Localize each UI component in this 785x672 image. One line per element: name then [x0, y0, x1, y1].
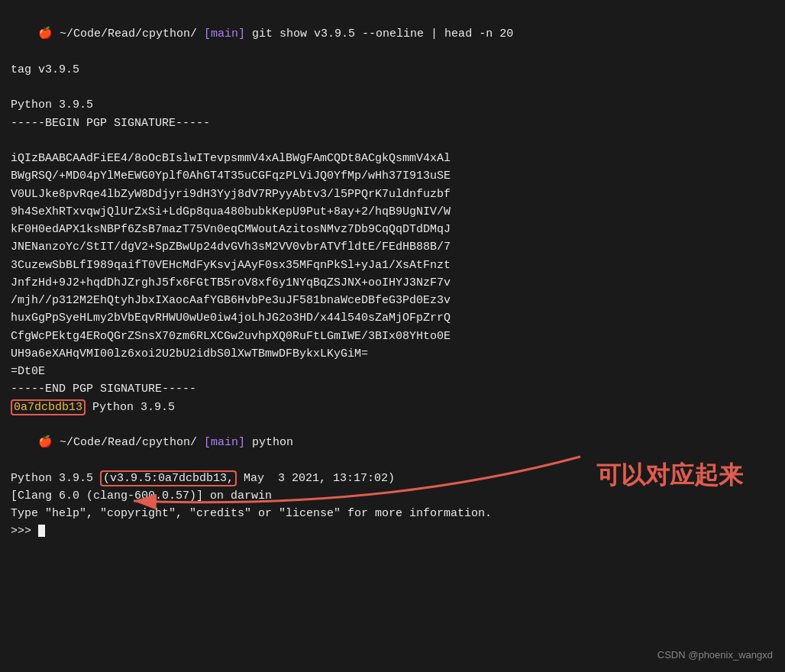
- terminal: 🍎 ~/Code/Read/cpython/ [main] git show v…: [0, 0, 785, 672]
- terminal-pgp-9: /mjh//p312M2EhQtyhJbxIXaocAafYGB6HvbPe3u…: [11, 292, 774, 309]
- terminal-pgp-5: kF0H0edAPX1ksNBPf6ZsB7mazT75Vn0eqCMWoutA…: [11, 221, 774, 238]
- terminal-pgp-6: JNENanzoYc/StIT/dgV2+SpZBwUp24dvGVh3sM2V…: [11, 238, 774, 256]
- terminal-line-pgp-begin: -----BEGIN PGP SIGNATURE-----: [11, 115, 774, 132]
- terminal-pgp-12: UH9a6eXAHqVMI00lz6xoi2U2bU2idbS0lXwTBmwD…: [11, 345, 774, 363]
- terminal-pgp-end: -----END PGP SIGNATURE-----: [11, 380, 774, 398]
- terminal-pgp-7: 3CuzewSbBLfI989qaifT0VEHcMdFyKsvjAAyF0sx…: [11, 257, 774, 274]
- path-text-2: ~/Code/Read/cpython/: [53, 436, 204, 449]
- terminal-type-line: Type "help", "copyright", "credits" or "…: [11, 505, 774, 522]
- csdn-credit: CSDN @phoenix_wangxd: [657, 648, 773, 663]
- terminal-empty-1: [11, 79, 774, 96]
- path-text: ~/Code/Read/cpython/: [53, 27, 204, 40]
- terminal-line-python: Python 3.9.5: [11, 96, 774, 114]
- version-hash: (v3.9.5:0a7dcbdb13,: [100, 470, 237, 486]
- terminal-pgp-4: 9h4SeXhRTxvqwjQlUrZxSi+LdGp8qua480bubkKe…: [11, 203, 774, 221]
- annotation-text: 可以对应起来: [596, 461, 743, 489]
- terminal-pgp-8: JnfzHd+9J2+hqdDhJZrghJ5fx6FGtTB5roV8xf6y…: [11, 274, 774, 292]
- terminal-pgp-11: CfgWcPEktg4ERoQGrZSnsX70zm6RLXCGw2uvhpXQ…: [11, 328, 774, 345]
- terminal-line-2: tag v3.9.5: [11, 61, 774, 79]
- terminal-pgp-2: BWgRSQ/+MD04pYlMeEWG0Yplf0AhGT4T35uCGFqz…: [11, 167, 774, 185]
- apple-icon-2: 🍎: [38, 436, 53, 449]
- terminal-pgp-10: huxGgPpSyeHLmy2bVbEqvRHWU0wUe0iw4joLhJG2…: [11, 309, 774, 327]
- annotation-container: 可以对应起来: [596, 457, 743, 495]
- command-text: git show v3.9.5 --oneline | head -n 20: [245, 27, 513, 40]
- hash-value: 0a7dcbdb13: [11, 399, 86, 415]
- apple-icon: 🍎: [38, 27, 53, 40]
- terminal-empty-2: [11, 132, 774, 150]
- branch-label: [main]: [204, 27, 245, 40]
- terminal-repl-prompt: >>>: [11, 522, 774, 540]
- terminal-hash-line: 0a7dcbdb13 Python 3.9.5: [11, 399, 774, 416]
- cursor: [38, 525, 45, 537]
- terminal-pgp-13: =Dt0E: [11, 363, 774, 380]
- terminal-pgp-3: V0ULJke8pvRqe4lbZyW8Ddjyri9dH3Yyj8dV7RPy…: [11, 186, 774, 203]
- terminal-pgp-1: iQIzBAABCAAdFiEE4/8oOcBIslwITevpsmmV4xAl…: [11, 150, 774, 167]
- command-text-2: python: [245, 436, 293, 449]
- terminal-line-1: 🍎 ~/Code/Read/cpython/ [main] git show v…: [11, 8, 774, 61]
- branch-label-2: [main]: [204, 436, 245, 449]
